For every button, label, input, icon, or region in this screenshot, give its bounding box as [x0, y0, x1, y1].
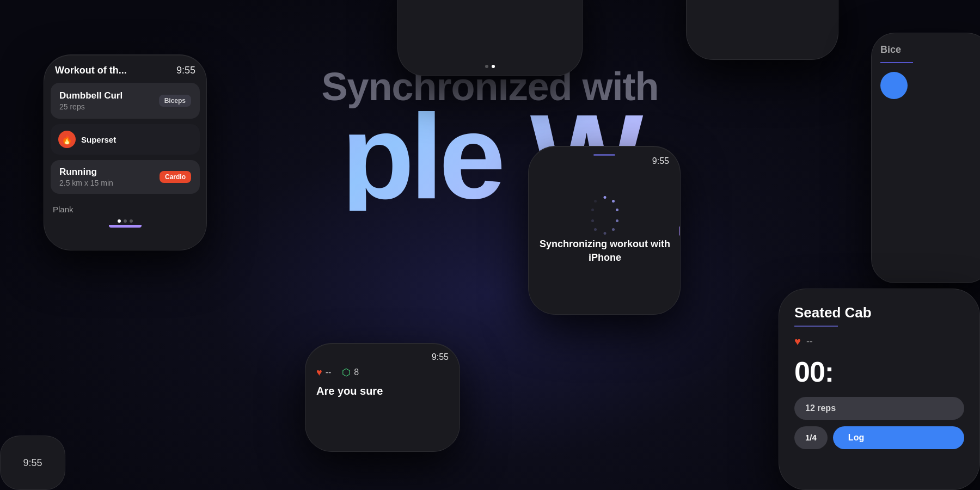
exercise-2-detail: 2.5 km x 15 min [59, 179, 113, 187]
watch-seated-calf: Seated Cab ♥ -- 00: 12 reps 1/4 Log [779, 289, 980, 490]
watch-title: Workout of th... [55, 65, 127, 76]
phone-blue-circle [880, 72, 908, 99]
seated-heart-icon: ♥ [794, 335, 801, 348]
exercise-3-name: Plank [51, 199, 200, 214]
watch-tiny-left: 9:55 [0, 436, 65, 490]
page-dots [44, 219, 206, 223]
sync-text: Synchronizing workout with iPhone [540, 237, 670, 265]
steps-value: 8 [354, 367, 359, 377]
tag-biceps: Biceps [159, 95, 191, 107]
phone-bice-label: Bice [880, 44, 980, 56]
dot-2 [124, 219, 127, 223]
exercise-2-info: Running 2.5 km x 15 min [59, 167, 113, 187]
watch-top-dash [593, 154, 615, 156]
steps-icon: ⬡ [342, 366, 351, 378]
seated-timer: 00: [779, 356, 979, 388]
superset-row: 🔥 Superset [51, 124, 200, 155]
seated-heart-value: -- [806, 336, 813, 347]
tag-cardio: Cardio [160, 171, 191, 183]
watch-confirm: 9:55 ♥ -- ⬡ 8 Are you sure [305, 343, 460, 452]
seated-underline [794, 326, 838, 327]
progress-bar [109, 225, 142, 228]
exercise-1-info: Dumbbell Curl 25 reps [59, 90, 122, 111]
seated-reps-display: 12 reps [794, 397, 964, 420]
watch-header: Workout of th... 9:55 [44, 55, 206, 83]
top-watch-dots [485, 65, 495, 68]
exercise-1-name: Dumbbell Curl [59, 90, 122, 101]
dot-3 [130, 219, 133, 223]
seated-heart-row: ♥ -- [779, 335, 979, 348]
exercise-2-name: Running [59, 167, 113, 177]
dot-1 [485, 65, 488, 68]
phone-underline [880, 62, 913, 63]
superset-label: Superset [81, 135, 116, 144]
confirm-text: Are you sure [305, 378, 460, 397]
seated-exercise-title: Seated Cab [779, 289, 979, 326]
watch-sync: 9:55 ▶ Synchronizing workout with iPhone [528, 146, 681, 315]
seated-set-count[interactable]: 1/4 [794, 426, 828, 449]
tiny-time: 9:55 [23, 457, 42, 469]
heart-rate-value: -- [326, 367, 332, 377]
phone-right-partial: Bice [871, 33, 980, 283]
exercise-card-2: Running 2.5 km x 15 min Cardio [51, 160, 200, 194]
seated-log-button[interactable]: Log [833, 426, 964, 449]
superset-icon: 🔥 [58, 131, 76, 148]
phone-content: Bice [872, 33, 980, 110]
exercise-1-reps: 25 reps [59, 102, 122, 111]
heart-icon: ♥ [316, 367, 322, 378]
watch-time-left: 9:55 [176, 65, 195, 76]
watch-bottom-time: 9:55 [305, 344, 460, 366]
dot-active [118, 219, 121, 223]
watch-sync-time: 9:55 [652, 156, 669, 166]
exercise-card-1: Dumbbell Curl 25 reps Biceps [51, 83, 200, 119]
workout-stats-row: ♥ -- ⬡ 8 [305, 366, 460, 378]
watch-workout-list: Workout of th... 9:55 Dumbbell Curl 25 r… [44, 54, 207, 250]
steps-stat: ⬡ 8 [342, 366, 359, 378]
dot-2 [492, 65, 495, 68]
watch-top-right [686, 0, 838, 60]
heart-rate-stat: ♥ -- [316, 367, 331, 378]
spinner [591, 196, 619, 224]
watch-top-center [397, 0, 583, 76]
seated-action-row: 1/4 Log [779, 426, 979, 449]
